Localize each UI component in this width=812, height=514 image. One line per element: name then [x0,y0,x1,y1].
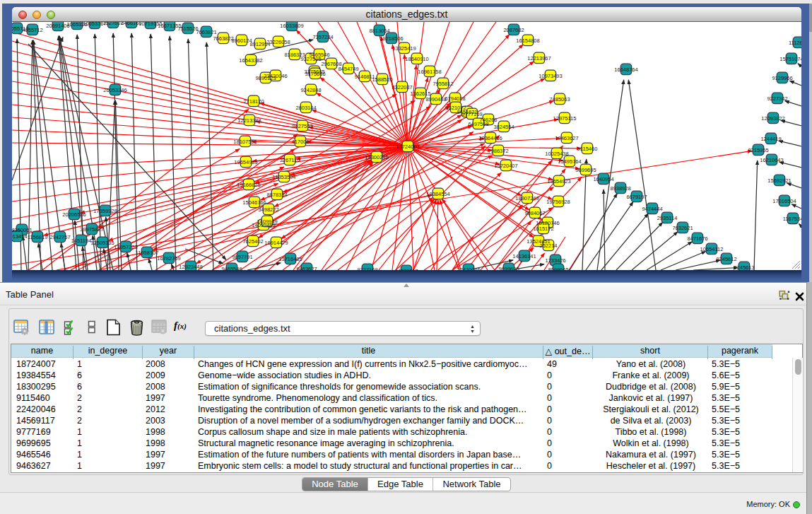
svg-text:12975115: 12975115 [553,115,577,122]
svg-text:10973493: 10973493 [539,73,562,79]
svg-text:1733426: 1733426 [545,257,565,264]
svg-text:2803144: 2803144 [295,105,316,111]
svg-text:6794028: 6794028 [445,95,465,102]
svg-text:8350061: 8350061 [12,227,33,233]
svg-text:7632621: 7632621 [672,225,693,231]
svg-text:9699695: 9699695 [498,266,519,271]
svg-text:9474444: 9474444 [642,206,662,212]
svg-text:1588520: 1588520 [372,76,392,83]
svg-text:252214: 252214 [539,243,557,249]
svg-text:15046766: 15046766 [242,199,266,206]
svg-text:10654112: 10654112 [700,246,724,252]
svg-text:1409949: 1409949 [257,218,277,225]
svg-text:12923448: 12923448 [179,264,202,270]
svg-text:19384554: 19384554 [426,191,449,197]
svg-text:14136141: 14136141 [512,253,536,259]
svg-text:15720407: 15720407 [494,163,517,169]
svg-text:9699695: 9699695 [575,167,596,173]
svg-text:9777169: 9777169 [357,267,377,271]
svg-text:3498222: 3498222 [258,206,278,213]
svg-text:3267110: 3267110 [280,157,300,163]
svg-text:8813054: 8813054 [369,28,389,34]
svg-text:16033809: 16033809 [280,23,303,29]
svg-text:9227342: 9227342 [767,95,787,102]
svg-text:18640910: 18640910 [405,56,428,62]
svg-text:16210643: 16210643 [760,157,783,163]
svg-text:9427552: 9427552 [292,123,312,129]
svg-text:15751074: 15751074 [779,56,801,62]
svg-text:12213383: 12213383 [237,117,261,124]
svg-text:1244419: 1244419 [760,136,781,142]
svg-text:16914479: 16914479 [264,240,288,246]
svg-text:1527602: 1527602 [102,22,123,26]
svg-text:18107553: 18107553 [233,139,257,145]
svg-text:7663821: 7663821 [196,29,216,35]
svg-text:1640954: 1640954 [593,176,613,182]
svg-text:16648764: 16648764 [614,66,637,73]
svg-text:9465546: 9465546 [221,266,242,271]
svg-text:11958107: 11958107 [136,250,159,256]
svg-text:1615172: 1615172 [533,226,553,232]
svg-text:5465546: 5465546 [309,52,329,58]
svg-text:9129966: 9129966 [772,75,792,81]
svg-text:20364436: 20364436 [478,135,502,141]
svg-text:7515526: 7515526 [177,25,198,32]
svg-text:13654923: 13654923 [547,178,570,185]
svg-text:8938928: 8938928 [610,185,630,192]
svg-text:2935114: 2935114 [657,215,678,221]
svg-text:4055712: 4055712 [22,27,42,33]
svg-text:14569117: 14569117 [395,268,418,271]
svg-text:16961758: 16961758 [418,69,441,75]
svg-text:7955812: 7955812 [433,81,453,87]
svg-text:19756928: 19756928 [546,199,570,205]
svg-text:10025438: 10025438 [545,151,568,157]
svg-text:8099665: 8099665 [548,267,568,271]
svg-text:13325419: 13325419 [392,45,416,52]
svg-text:8878334: 8878334 [266,192,287,198]
svg-text:2718170: 2718170 [243,98,264,105]
svg-text:8454749: 8454749 [338,66,358,72]
svg-text:9084067: 9084067 [524,210,545,216]
svg-text:16154808: 16154808 [516,37,539,44]
svg-text:19166825: 19166825 [237,182,260,188]
svg-text:23420046: 23420046 [264,73,287,79]
svg-text:17359928: 17359928 [93,208,117,214]
svg-text:9245613: 9245613 [734,264,754,271]
svg-text:18300295: 18300295 [365,154,388,160]
svg-text:17957223: 17957223 [114,244,137,250]
svg-text:20206536: 20206536 [62,211,86,218]
svg-text:1156819: 1156819 [28,234,48,240]
svg-text:9115460: 9115460 [577,146,598,152]
svg-text:2942757: 2942757 [49,234,70,240]
svg-text:8990448: 8990448 [425,96,446,103]
svg-text:22420046: 22420046 [457,267,480,271]
svg-text:8960124: 8960124 [231,37,252,44]
svg-text:8322037: 8322037 [392,84,412,90]
svg-text:417006: 417006 [291,139,309,145]
svg-text:26053346: 26053346 [103,87,126,93]
svg-text:1451194: 1451194 [71,238,92,244]
svg-text:3913454: 3913454 [12,233,28,240]
svg-text:15692921: 15692921 [767,177,791,184]
svg-text:9245612: 9245612 [716,256,736,262]
svg-text:2087682: 2087682 [503,27,524,33]
svg-text:15495764: 15495764 [558,158,581,165]
svg-text:1112853: 1112853 [789,40,801,46]
svg-text:8471676: 8471676 [687,235,707,242]
svg-text:9242848: 9242848 [300,87,321,93]
svg-text:6497568: 6497568 [468,121,488,127]
svg-text:16782759: 16782759 [157,255,180,262]
svg-text:19654985: 19654985 [234,159,257,165]
svg-text:7485063: 7485063 [549,96,570,103]
svg-text:12093822: 12093822 [761,115,784,122]
svg-text:13716485: 13716485 [278,256,302,262]
svg-text:17016504: 17016504 [772,198,796,204]
svg-text:19463627: 19463627 [555,135,578,141]
svg-text:19218506: 19218506 [379,35,403,42]
svg-text:18724007: 18724007 [396,144,419,150]
svg-text:11353594: 11353594 [273,174,296,180]
svg-text:8215955: 8215955 [748,147,768,153]
svg-text:12213967: 12213967 [527,55,551,62]
svg-text:3175686: 3175686 [305,71,325,77]
svg-text:1167534: 1167534 [783,216,801,222]
